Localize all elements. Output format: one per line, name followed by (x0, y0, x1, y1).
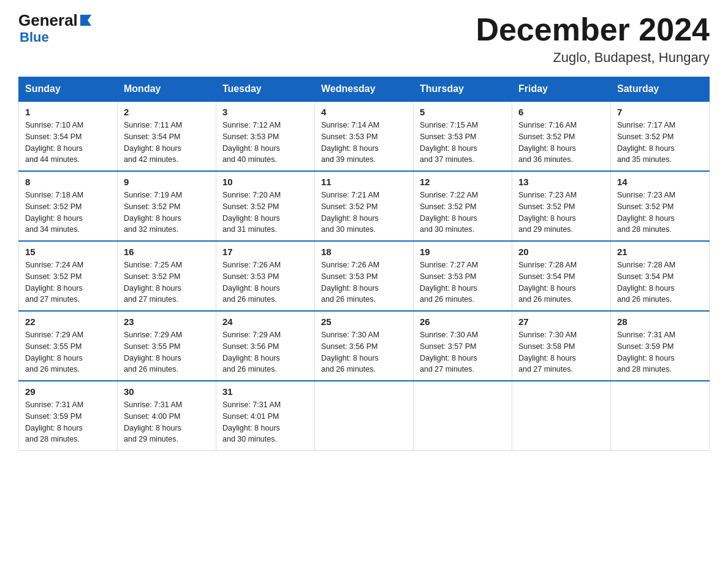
day-info: Sunrise: 7:28 AMSunset: 3:54 PMDaylight:… (617, 261, 675, 304)
calendar-cell: 16 Sunrise: 7:25 AMSunset: 3:52 PMDaylig… (118, 241, 216, 311)
calendar-cell (512, 381, 611, 451)
day-number: 25 (321, 316, 407, 327)
calendar-cell: 2 Sunrise: 7:11 AMSunset: 3:54 PMDayligh… (118, 101, 216, 171)
day-number: 16 (124, 247, 210, 257)
calendar-week-row: 22 Sunrise: 7:29 AMSunset: 3:55 PMDaylig… (19, 311, 710, 381)
day-info: Sunrise: 7:22 AMSunset: 3:52 PMDaylight:… (420, 191, 478, 234)
calendar-cell: 30 Sunrise: 7:31 AMSunset: 4:00 PMDaylig… (118, 381, 216, 451)
calendar-cell: 3 Sunrise: 7:12 AMSunset: 3:53 PMDayligh… (216, 101, 315, 171)
calendar-week-row: 8 Sunrise: 7:18 AMSunset: 3:52 PMDayligh… (19, 171, 710, 241)
calendar-cell: 27 Sunrise: 7:30 AMSunset: 3:58 PMDaylig… (512, 311, 611, 381)
day-number: 28 (617, 316, 703, 327)
calendar-cell: 21 Sunrise: 7:28 AMSunset: 3:54 PMDaylig… (611, 241, 710, 311)
calendar-cell: 31 Sunrise: 7:31 AMSunset: 4:01 PMDaylig… (216, 381, 315, 451)
day-number: 18 (321, 247, 407, 257)
calendar-cell: 17 Sunrise: 7:26 AMSunset: 3:53 PMDaylig… (216, 241, 315, 311)
day-number: 13 (518, 177, 604, 187)
day-info: Sunrise: 7:26 AMSunset: 3:53 PMDaylight:… (321, 261, 379, 304)
day-number: 7 (617, 107, 703, 117)
location-title: Zuglo, Budapest, Hungary (476, 50, 710, 66)
day-info: Sunrise: 7:29 AMSunset: 3:55 PMDaylight:… (124, 331, 182, 373)
day-number: 17 (222, 247, 308, 257)
day-info: Sunrise: 7:25 AMSunset: 3:52 PMDaylight:… (124, 261, 182, 304)
day-info: Sunrise: 7:27 AMSunset: 3:53 PMDaylight:… (420, 261, 478, 304)
calendar-cell (611, 381, 710, 451)
day-number: 29 (25, 386, 111, 397)
calendar-cell: 12 Sunrise: 7:22 AMSunset: 3:52 PMDaylig… (414, 171, 512, 241)
day-info: Sunrise: 7:17 AMSunset: 3:52 PMDaylight:… (617, 121, 675, 164)
logo: General Blue (18, 12, 93, 45)
day-number: 30 (124, 386, 210, 397)
day-info: Sunrise: 7:31 AMSunset: 3:59 PMDaylight:… (617, 331, 675, 373)
calendar-cell: 4 Sunrise: 7:14 AMSunset: 3:53 PMDayligh… (315, 101, 414, 171)
day-info: Sunrise: 7:28 AMSunset: 3:54 PMDaylight:… (518, 261, 577, 304)
day-info: Sunrise: 7:23 AMSunset: 3:52 PMDaylight:… (518, 191, 577, 234)
day-number: 2 (124, 107, 210, 117)
calendar-cell: 5 Sunrise: 7:15 AMSunset: 3:53 PMDayligh… (414, 101, 512, 171)
calendar-cell: 24 Sunrise: 7:29 AMSunset: 3:56 PMDaylig… (216, 311, 315, 381)
day-number: 9 (124, 177, 210, 187)
calendar-header-row: SundayMondayTuesdayWednesdayThursdayFrid… (19, 77, 710, 102)
calendar-week-row: 1 Sunrise: 7:10 AMSunset: 3:54 PMDayligh… (19, 101, 710, 171)
calendar-cell: 19 Sunrise: 7:27 AMSunset: 3:53 PMDaylig… (414, 241, 512, 311)
day-info: Sunrise: 7:30 AMSunset: 3:56 PMDaylight:… (321, 331, 379, 373)
calendar-week-row: 29 Sunrise: 7:31 AMSunset: 3:59 PMDaylig… (19, 381, 710, 451)
day-number: 4 (321, 107, 407, 117)
day-number: 3 (222, 107, 308, 117)
day-info: Sunrise: 7:15 AMSunset: 3:53 PMDaylight:… (420, 121, 478, 164)
day-info: Sunrise: 7:24 AMSunset: 3:52 PMDaylight:… (25, 261, 83, 304)
day-number: 14 (617, 177, 703, 187)
day-info: Sunrise: 7:31 AMSunset: 3:59 PMDaylight:… (25, 400, 83, 443)
calendar-cell: 13 Sunrise: 7:23 AMSunset: 3:52 PMDaylig… (512, 171, 611, 241)
day-number: 22 (25, 316, 111, 327)
day-info: Sunrise: 7:19 AMSunset: 3:52 PMDaylight:… (124, 191, 182, 234)
day-info: Sunrise: 7:30 AMSunset: 3:57 PMDaylight:… (420, 331, 478, 373)
calendar-cell: 23 Sunrise: 7:29 AMSunset: 3:55 PMDaylig… (118, 311, 216, 381)
day-number: 27 (518, 316, 604, 327)
day-info: Sunrise: 7:30 AMSunset: 3:58 PMDaylight:… (518, 331, 577, 373)
header-sunday: Sunday (19, 77, 118, 102)
calendar-cell: 7 Sunrise: 7:17 AMSunset: 3:52 PMDayligh… (611, 101, 710, 171)
logo-flag-icon (79, 13, 93, 27)
header-wednesday: Wednesday (315, 77, 414, 102)
day-info: Sunrise: 7:14 AMSunset: 3:53 PMDaylight:… (321, 121, 379, 164)
day-number: 11 (321, 177, 407, 187)
calendar-cell (315, 381, 414, 451)
day-number: 6 (518, 107, 604, 117)
day-info: Sunrise: 7:23 AMSunset: 3:52 PMDaylight:… (617, 191, 675, 234)
calendar-cell: 10 Sunrise: 7:20 AMSunset: 3:52 PMDaylig… (216, 171, 315, 241)
calendar-cell: 8 Sunrise: 7:18 AMSunset: 3:52 PMDayligh… (19, 171, 118, 241)
day-number: 15 (25, 247, 111, 257)
header-friday: Friday (512, 77, 611, 102)
title-block: December 2024 Zuglo, Budapest, Hungary (476, 12, 710, 66)
header-thursday: Thursday (414, 77, 512, 102)
calendar-cell: 14 Sunrise: 7:23 AMSunset: 3:52 PMDaylig… (611, 171, 710, 241)
logo-general-text: General (18, 12, 78, 28)
calendar-cell: 9 Sunrise: 7:19 AMSunset: 3:52 PMDayligh… (118, 171, 216, 241)
day-number: 31 (222, 386, 308, 397)
day-number: 19 (420, 247, 506, 257)
calendar-cell (414, 381, 512, 451)
header-tuesday: Tuesday (216, 77, 315, 102)
day-number: 26 (420, 316, 506, 327)
page-header: General Blue December 2024 Zuglo, Budape… (18, 12, 710, 66)
day-info: Sunrise: 7:29 AMSunset: 3:55 PMDaylight:… (25, 331, 83, 373)
calendar-cell: 18 Sunrise: 7:26 AMSunset: 3:53 PMDaylig… (315, 241, 414, 311)
calendar-cell: 25 Sunrise: 7:30 AMSunset: 3:56 PMDaylig… (315, 311, 414, 381)
day-info: Sunrise: 7:31 AMSunset: 4:01 PMDaylight:… (222, 400, 281, 443)
calendar-cell: 15 Sunrise: 7:24 AMSunset: 3:52 PMDaylig… (19, 241, 118, 311)
day-number: 23 (124, 316, 210, 327)
day-info: Sunrise: 7:10 AMSunset: 3:54 PMDaylight:… (25, 121, 83, 164)
day-number: 12 (420, 177, 506, 187)
day-number: 20 (518, 247, 604, 257)
day-info: Sunrise: 7:21 AMSunset: 3:52 PMDaylight:… (321, 191, 379, 234)
day-number: 21 (617, 247, 703, 257)
day-number: 5 (420, 107, 506, 117)
calendar-cell: 11 Sunrise: 7:21 AMSunset: 3:52 PMDaylig… (315, 171, 414, 241)
calendar-table: SundayMondayTuesdayWednesdayThursdayFrid… (18, 77, 710, 451)
day-info: Sunrise: 7:26 AMSunset: 3:53 PMDaylight:… (222, 261, 281, 304)
day-info: Sunrise: 7:31 AMSunset: 4:00 PMDaylight:… (124, 400, 182, 443)
day-info: Sunrise: 7:16 AMSunset: 3:52 PMDaylight:… (518, 121, 577, 164)
day-number: 10 (222, 177, 308, 187)
calendar-cell: 1 Sunrise: 7:10 AMSunset: 3:54 PMDayligh… (19, 101, 118, 171)
